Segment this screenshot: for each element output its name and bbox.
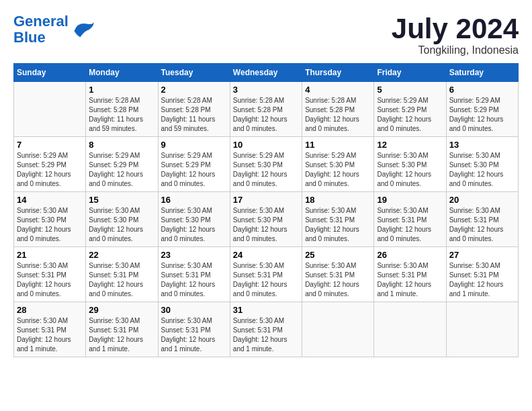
calendar-cell: 30Sunrise: 5:30 AM Sunset: 5:31 PM Dayli… — [158, 302, 230, 357]
calendar-cell: 25Sunrise: 5:30 AM Sunset: 5:31 PM Dayli… — [302, 247, 374, 302]
weekday-header-saturday: Saturday — [446, 64, 518, 82]
calendar-cell — [302, 302, 374, 357]
calendar-cell: 13Sunrise: 5:30 AM Sunset: 5:30 PM Dayli… — [446, 137, 518, 192]
day-info: Sunrise: 5:30 AM Sunset: 5:30 PM Dayligh… — [233, 206, 299, 244]
calendar-week-row: 14Sunrise: 5:30 AM Sunset: 5:30 PM Dayli… — [14, 192, 519, 247]
calendar-cell: 11Sunrise: 5:29 AM Sunset: 5:30 PM Dayli… — [302, 137, 374, 192]
day-info: Sunrise: 5:28 AM Sunset: 5:28 PM Dayligh… — [161, 96, 227, 134]
day-info: Sunrise: 5:30 AM Sunset: 5:31 PM Dayligh… — [377, 261, 443, 299]
day-info: Sunrise: 5:29 AM Sunset: 5:29 PM Dayligh… — [449, 96, 515, 134]
day-number: 19 — [377, 195, 443, 205]
calendar-cell: 10Sunrise: 5:29 AM Sunset: 5:30 PM Dayli… — [230, 137, 302, 192]
day-info: Sunrise: 5:30 AM Sunset: 5:31 PM Dayligh… — [89, 261, 154, 299]
calendar-cell: 29Sunrise: 5:30 AM Sunset: 5:31 PM Dayli… — [86, 302, 158, 357]
calendar-cell: 18Sunrise: 5:30 AM Sunset: 5:31 PM Dayli… — [302, 192, 374, 247]
day-info: Sunrise: 5:30 AM Sunset: 5:31 PM Dayligh… — [305, 206, 371, 244]
day-number: 5 — [377, 85, 443, 95]
day-number: 27 — [449, 250, 515, 260]
calendar-cell: 1Sunrise: 5:28 AM Sunset: 5:28 PM Daylig… — [86, 82, 158, 137]
day-info: Sunrise: 5:30 AM Sunset: 5:31 PM Dayligh… — [161, 261, 227, 299]
day-info: Sunrise: 5:30 AM Sunset: 5:31 PM Dayligh… — [233, 261, 299, 299]
day-number: 14 — [17, 195, 83, 205]
day-number: 1 — [89, 85, 154, 95]
day-info: Sunrise: 5:29 AM Sunset: 5:29 PM Dayligh… — [161, 151, 227, 189]
day-number: 10 — [233, 140, 299, 150]
day-info: Sunrise: 5:30 AM Sunset: 5:30 PM Dayligh… — [377, 151, 443, 189]
day-number: 22 — [89, 250, 154, 260]
weekday-header-monday: Monday — [86, 64, 158, 82]
day-info: Sunrise: 5:29 AM Sunset: 5:30 PM Dayligh… — [233, 151, 299, 189]
day-info: Sunrise: 5:30 AM Sunset: 5:30 PM Dayligh… — [161, 206, 227, 244]
day-info: Sunrise: 5:30 AM Sunset: 5:30 PM Dayligh… — [449, 151, 515, 189]
day-info: Sunrise: 5:30 AM Sunset: 5:31 PM Dayligh… — [17, 261, 83, 299]
calendar-cell: 12Sunrise: 5:30 AM Sunset: 5:30 PM Dayli… — [374, 137, 446, 192]
day-info: Sunrise: 5:29 AM Sunset: 5:29 PM Dayligh… — [17, 151, 83, 189]
calendar-cell: 28Sunrise: 5:30 AM Sunset: 5:31 PM Dayli… — [14, 302, 86, 357]
day-number: 25 — [305, 250, 371, 260]
calendar-cell: 3Sunrise: 5:28 AM Sunset: 5:28 PM Daylig… — [230, 82, 302, 137]
calendar-week-row: 7Sunrise: 5:29 AM Sunset: 5:29 PM Daylig… — [14, 137, 519, 192]
day-number: 11 — [305, 140, 371, 150]
day-number: 23 — [161, 250, 227, 260]
day-info: Sunrise: 5:30 AM Sunset: 5:31 PM Dayligh… — [17, 316, 83, 354]
day-number: 18 — [305, 195, 371, 205]
calendar-cell: 23Sunrise: 5:30 AM Sunset: 5:31 PM Dayli… — [158, 247, 230, 302]
day-number: 8 — [89, 140, 154, 150]
calendar-cell: 19Sunrise: 5:30 AM Sunset: 5:31 PM Dayli… — [374, 192, 446, 247]
month-title: July 2024 — [392, 13, 519, 44]
title-block: July 2024 Tongkiling, Indonesia — [392, 13, 519, 56]
day-number: 17 — [233, 195, 299, 205]
logo-bird-icon — [71, 19, 95, 40]
weekday-header-thursday: Thursday — [302, 64, 374, 82]
day-info: Sunrise: 5:30 AM Sunset: 5:31 PM Dayligh… — [161, 316, 227, 354]
calendar-cell: 17Sunrise: 5:30 AM Sunset: 5:30 PM Dayli… — [230, 192, 302, 247]
calendar-cell: 20Sunrise: 5:30 AM Sunset: 5:31 PM Dayli… — [446, 192, 518, 247]
weekday-header-row: SundayMondayTuesdayWednesdayThursdayFrid… — [14, 64, 519, 82]
logo-text: GeneralBlue — [13, 13, 69, 46]
calendar-cell: 21Sunrise: 5:30 AM Sunset: 5:31 PM Dayli… — [14, 247, 86, 302]
day-number: 31 — [233, 305, 299, 315]
weekday-header-friday: Friday — [374, 64, 446, 82]
day-number: 21 — [17, 250, 83, 260]
day-number: 29 — [89, 305, 154, 315]
calendar-cell: 26Sunrise: 5:30 AM Sunset: 5:31 PM Dayli… — [374, 247, 446, 302]
day-info: Sunrise: 5:30 AM Sunset: 5:31 PM Dayligh… — [449, 206, 515, 244]
day-info: Sunrise: 5:30 AM Sunset: 5:31 PM Dayligh… — [89, 316, 154, 354]
day-number: 13 — [449, 140, 515, 150]
day-info: Sunrise: 5:28 AM Sunset: 5:28 PM Dayligh… — [305, 96, 371, 134]
day-number: 24 — [233, 250, 299, 260]
location-title: Tongkiling, Indonesia — [392, 44, 519, 56]
day-number: 20 — [449, 195, 515, 205]
day-info: Sunrise: 5:30 AM Sunset: 5:31 PM Dayligh… — [233, 316, 299, 354]
calendar-cell: 2Sunrise: 5:28 AM Sunset: 5:28 PM Daylig… — [158, 82, 230, 137]
calendar-cell — [14, 82, 86, 137]
day-number: 6 — [449, 85, 515, 95]
page-header: GeneralBlue July 2024 Tongkiling, Indone… — [13, 13, 519, 56]
weekday-header-tuesday: Tuesday — [158, 64, 230, 82]
day-info: Sunrise: 5:28 AM Sunset: 5:28 PM Dayligh… — [89, 96, 154, 134]
calendar-cell: 4Sunrise: 5:28 AM Sunset: 5:28 PM Daylig… — [302, 82, 374, 137]
day-number: 15 — [89, 195, 154, 205]
day-number: 16 — [161, 195, 227, 205]
calendar-cell: 7Sunrise: 5:29 AM Sunset: 5:29 PM Daylig… — [14, 137, 86, 192]
day-number: 26 — [377, 250, 443, 260]
day-info: Sunrise: 5:30 AM Sunset: 5:30 PM Dayligh… — [89, 206, 154, 244]
day-info: Sunrise: 5:28 AM Sunset: 5:28 PM Dayligh… — [233, 96, 299, 134]
weekday-header-sunday: Sunday — [14, 64, 86, 82]
calendar-cell: 8Sunrise: 5:29 AM Sunset: 5:29 PM Daylig… — [86, 137, 158, 192]
calendar-cell: 27Sunrise: 5:30 AM Sunset: 5:31 PM Dayli… — [446, 247, 518, 302]
calendar-cell: 14Sunrise: 5:30 AM Sunset: 5:30 PM Dayli… — [14, 192, 86, 247]
calendar-cell: 31Sunrise: 5:30 AM Sunset: 5:31 PM Dayli… — [230, 302, 302, 357]
day-number: 30 — [161, 305, 227, 315]
day-info: Sunrise: 5:29 AM Sunset: 5:29 PM Dayligh… — [89, 151, 154, 189]
day-number: 3 — [233, 85, 299, 95]
day-info: Sunrise: 5:29 AM Sunset: 5:30 PM Dayligh… — [305, 151, 371, 189]
day-number: 4 — [305, 85, 371, 95]
calendar-cell: 6Sunrise: 5:29 AM Sunset: 5:29 PM Daylig… — [446, 82, 518, 137]
calendar-cell: 15Sunrise: 5:30 AM Sunset: 5:30 PM Dayli… — [86, 192, 158, 247]
calendar-week-row: 28Sunrise: 5:30 AM Sunset: 5:31 PM Dayli… — [14, 302, 519, 357]
logo: GeneralBlue — [13, 13, 95, 46]
day-number: 7 — [17, 140, 83, 150]
calendar-cell — [374, 302, 446, 357]
calendar-cell: 16Sunrise: 5:30 AM Sunset: 5:30 PM Dayli… — [158, 192, 230, 247]
